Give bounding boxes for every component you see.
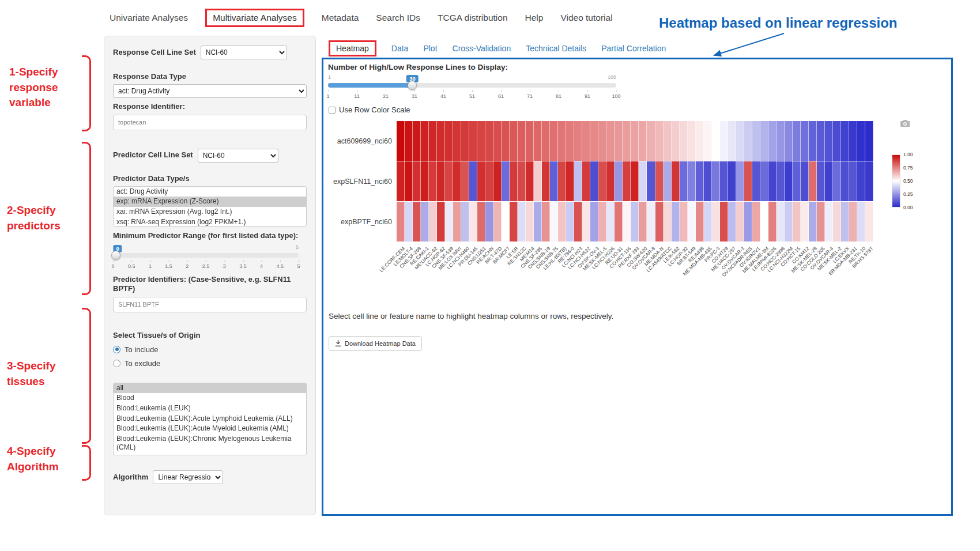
response-cell-line-set-select[interactable]: NCI-60 — [201, 46, 287, 59]
heatmap-cell[interactable] — [793, 161, 801, 201]
nav-item-video-tutorial[interactable]: Video tutorial — [560, 13, 612, 23]
heatmap-cell[interactable] — [672, 121, 680, 161]
heatmap-cell[interactable] — [429, 202, 437, 241]
heatmap-cell[interactable] — [566, 202, 574, 241]
heatmap-cell[interactable] — [857, 121, 865, 161]
heatmap-cell[interactable] — [639, 121, 647, 161]
heatmap-cell[interactable] — [785, 202, 793, 241]
heatmap-cell[interactable] — [752, 161, 760, 201]
heatmap-cell[interactable] — [841, 121, 849, 161]
heatmap-cell[interactable] — [809, 121, 817, 161]
heatmap-cell[interactable] — [405, 202, 413, 241]
heatmap-cell[interactable] — [485, 121, 493, 161]
heatmap-cell[interactable] — [502, 121, 510, 161]
heatmap-cell[interactable] — [801, 202, 809, 241]
heatmap-cell[interactable] — [647, 202, 655, 241]
heatmap-cell[interactable] — [712, 121, 720, 161]
heatmap-cell[interactable] — [493, 202, 502, 241]
heatmap-cell[interactable] — [558, 121, 566, 161]
heatmap-cell[interactable] — [582, 202, 590, 241]
heatmap-cell[interactable] — [518, 161, 526, 201]
heatmap-cell[interactable] — [817, 121, 825, 161]
heatmap-cell[interactable] — [485, 202, 493, 241]
heatmap-cell[interactable] — [817, 161, 825, 201]
heatmap-cell[interactable] — [849, 202, 857, 241]
heatmap-cell[interactable] — [558, 202, 566, 241]
heatmap-cell[interactable] — [413, 161, 421, 201]
heatmap-cell[interactable] — [518, 121, 526, 161]
heatmap-cell[interactable] — [606, 202, 615, 241]
tab-partial-correlation[interactable]: Partial Correlation — [601, 44, 666, 53]
heatmap-cell[interactable] — [664, 121, 672, 161]
heatmap-cell[interactable] — [672, 161, 680, 201]
heatmap-cell[interactable] — [566, 161, 574, 201]
heatmap-cell[interactable] — [833, 161, 841, 201]
heatmap-cell[interactable] — [558, 161, 566, 201]
heatmap-cell[interactable] — [655, 161, 664, 201]
response-data-type-select[interactable]: act: Drug Activity — [113, 84, 307, 98]
heatmap-cell[interactable] — [574, 202, 582, 241]
heatmap-cell[interactable] — [502, 161, 510, 201]
heatmap-cell[interactable] — [664, 161, 672, 201]
heatmap-cell[interactable] — [534, 161, 542, 201]
heatmap-cell[interactable] — [680, 202, 688, 241]
predictor-cell-line-set-select[interactable]: NCI-60 — [198, 149, 278, 163]
camera-icon[interactable] — [900, 119, 910, 127]
heatmap-cell[interactable] — [542, 121, 550, 161]
row-color-scale-checkbox[interactable] — [329, 107, 336, 114]
tissue-option-blood-leukemia-leuk-acute-myeloid-leukemia-aml[interactable]: Blood:Leukemia (LEUK):Acute Myeloid Leuk… — [114, 424, 306, 434]
heatmap-cell[interactable] — [696, 161, 704, 201]
heatmap-cell[interactable] — [728, 121, 736, 161]
heatmap-cell[interactable] — [696, 202, 704, 241]
heatmap-cell[interactable] — [526, 202, 534, 241]
nav-item-search-ids[interactable]: Search IDs — [376, 13, 420, 23]
heatmap-cell[interactable] — [590, 161, 598, 201]
tab-cross-validation[interactable]: Cross-Validation — [453, 44, 511, 53]
heatmap-cell[interactable] — [631, 121, 639, 161]
heatmap-cell[interactable] — [477, 161, 485, 201]
heatmap-cell[interactable] — [582, 161, 590, 201]
heatmap-cell[interactable] — [865, 202, 873, 241]
row-color-scale-option[interactable]: Use Row Color Scale — [329, 105, 410, 114]
predictor-data-type-option-exp-mrna-expression-z-score[interactable]: exp: mRNA Expression (Z-Score) — [114, 197, 306, 207]
heatmap-cell[interactable] — [793, 202, 801, 241]
download-heatmap-button[interactable]: Download Heatmap Data — [329, 336, 422, 351]
heatmap-cell[interactable] — [397, 121, 405, 161]
heatmap-cell[interactable] — [606, 121, 615, 161]
heatmap-cell[interactable] — [841, 202, 849, 241]
heatmap-cell[interactable] — [405, 161, 413, 201]
predictor-data-type-option-xsq-rna-seq-expression-log2-fpkm-1[interactable]: xsq: RNA-seq Expression (log2 FPKM+1.) — [114, 217, 306, 227]
heatmap-cell[interactable] — [518, 202, 526, 241]
heatmap-cell[interactable] — [397, 161, 405, 201]
tab-heatmap[interactable]: Heatmap — [329, 40, 376, 56]
predictor-data-type-option-act-drug-activity[interactable]: act: Drug Activity — [114, 187, 306, 197]
tissue-option-blood-leukemia-leuk-acute-lymphoid-leukemia-all[interactable]: Blood:Leukemia (LEUK):Acute Lymphoid Leu… — [114, 414, 306, 424]
heatmap-cell[interactable] — [582, 121, 590, 161]
heatmap-cell[interactable] — [510, 161, 518, 201]
heatmap-cell[interactable] — [510, 121, 518, 161]
heatmap-row-label-expbptf-nci60[interactable]: expBPTF_nci60 — [332, 202, 397, 242]
heatmap-cell[interactable] — [728, 161, 736, 201]
tissue-option-blood-leukemia-leuk-chronic-myelogenous-leukemia-cml[interactable]: Blood:Leukemia (LEUK):Chronic Myelogenou… — [114, 434, 306, 453]
heatmap-cell[interactable] — [720, 202, 728, 241]
heatmap-cell[interactable] — [849, 161, 857, 201]
heatmap-cell[interactable] — [785, 121, 793, 161]
heatmap-cell[interactable] — [477, 202, 485, 241]
response-lines-handle[interactable] — [408, 81, 417, 90]
heatmap-cell[interactable] — [461, 202, 469, 241]
heatmap-cell[interactable] — [825, 121, 833, 161]
heatmap-cell[interactable] — [736, 121, 744, 161]
heatmap-cell[interactable] — [696, 121, 704, 161]
heatmap-cell[interactable] — [461, 161, 469, 201]
heatmap-row-label-act609699-nci60[interactable]: act609699_nci60 — [332, 121, 397, 161]
heatmap-cell[interactable] — [801, 161, 809, 201]
heatmap-cell[interactable] — [688, 121, 696, 161]
min-range-handle[interactable] — [111, 251, 120, 260]
heatmap-cell[interactable] — [865, 161, 873, 201]
response-lines-slider[interactable]: 1 100 30 1112131415161718191100 — [328, 73, 616, 100]
heatmap-cell[interactable] — [639, 161, 647, 201]
heatmap-cell[interactable] — [688, 202, 696, 241]
heatmap-cell[interactable] — [744, 202, 752, 241]
predictor-data-type-list[interactable]: act: Drug Activityexp: mRNA Expression (… — [113, 186, 307, 227]
heatmap-cell[interactable] — [736, 202, 744, 241]
